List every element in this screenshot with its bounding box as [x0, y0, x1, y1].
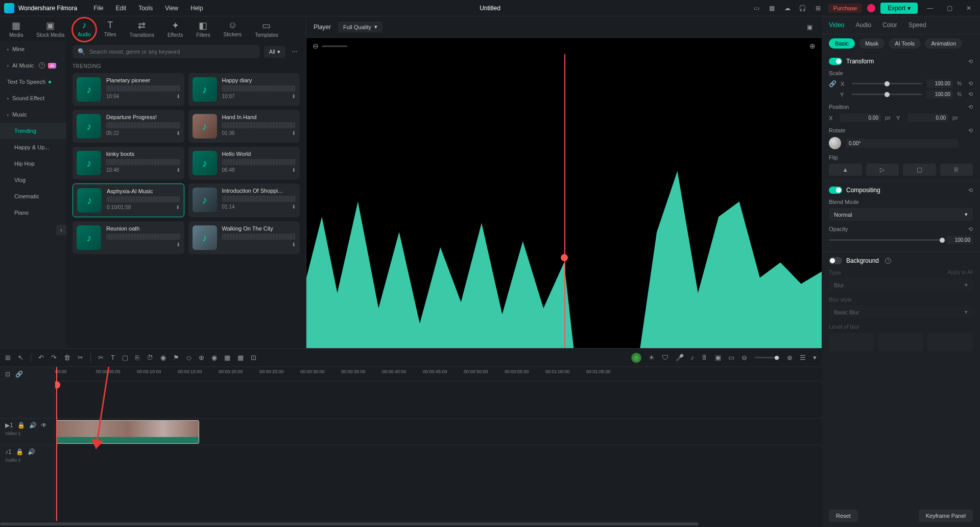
audio-track-header[interactable]: ♪1🔒🔊 Audio 1	[0, 445, 55, 471]
tl-redo-icon[interactable]: ↷	[51, 354, 57, 361]
search-box[interactable]: 🔍	[73, 45, 260, 58]
flip-v-button[interactable]: ▷	[866, 164, 899, 176]
tl-zoom-out-icon[interactable]: ⊖	[742, 354, 747, 361]
tl-music-icon[interactable]: ♪	[691, 354, 695, 361]
tool-tab-effects[interactable]: ✦Effects	[165, 20, 185, 38]
reset-icon[interactable]: ⟲	[968, 104, 973, 110]
tl-crop-icon[interactable]: ✂	[98, 354, 104, 361]
transform-toggle[interactable]	[829, 58, 842, 65]
sidebar-sub-trending[interactable]: Trending	[0, 123, 66, 139]
headphones-icon[interactable]: 🎧	[798, 3, 808, 13]
opacity-input[interactable]	[946, 236, 973, 244]
sidebar-sub-piano[interactable]: Piano	[0, 204, 66, 221]
lock-icon[interactable]: 🔗	[829, 80, 836, 87]
maximize-button[interactable]: ▢	[942, 1, 957, 15]
zoom-out-icon[interactable]: ⊖	[313, 42, 319, 50]
tl-copy-icon[interactable]: ▢	[122, 354, 128, 361]
zoom-in-icon[interactable]: ⊕	[809, 42, 816, 50]
search-input[interactable]	[89, 49, 255, 55]
profile-avatar[interactable]	[867, 4, 875, 12]
tl-mic-icon[interactable]: 🎤	[676, 354, 684, 361]
reset-icon[interactable]: ⟲	[968, 226, 973, 233]
tl-keyframe-icon[interactable]: ◇	[186, 354, 192, 361]
tl-more2-icon[interactable]: ▦	[224, 354, 230, 361]
sidebar-sub-hip-hop[interactable]: Hip Hop	[0, 155, 66, 172]
rp-subtab-animation[interactable]: Animation	[925, 38, 962, 49]
track-card[interactable]: ♪Hello World06:48⬇	[188, 147, 300, 179]
menu-tools[interactable]: Tools	[132, 5, 159, 12]
tl-dropdown-icon[interactable]: ▾	[813, 354, 817, 361]
sidebar-sub-happy---up---[interactable]: Happy & Up...	[0, 139, 66, 155]
close-button[interactable]: ✕	[962, 1, 976, 15]
rp-tab-video[interactable]: Video	[829, 21, 844, 29]
tl-zoom-in-icon[interactable]: ⊕	[787, 354, 793, 361]
track-card[interactable]: ♪Departure Progress!05:22⬇	[73, 110, 184, 143]
tl-more3-icon[interactable]: ▦	[237, 354, 244, 361]
track-card[interactable]: ♪Hand In Hand01:36⬇	[188, 110, 300, 143]
tl-cursor-icon[interactable]: ↖	[18, 354, 23, 361]
menu-view[interactable]: View	[159, 5, 184, 12]
timeline-scrollbar[interactable]	[0, 521, 822, 527]
tool-tab-transitions[interactable]: ⇄Transitions	[127, 20, 156, 38]
sidebar-sub-cinematic[interactable]: Cinematic	[0, 188, 66, 204]
timeline-canvas[interactable]: 00:0000:00:05:0000:00:10:0000:00:15:0000…	[55, 367, 822, 521]
sidebar-back-button[interactable]: ‹	[56, 225, 66, 235]
tl-screen-icon[interactable]: ▭	[728, 354, 734, 361]
reset-icon[interactable]: ⟲	[968, 127, 973, 134]
tl-more4-icon[interactable]: ⊡	[251, 354, 256, 361]
rp-subtab-basic[interactable]: Basic	[829, 38, 855, 49]
track-card[interactable]: ♪Reunion oath⬇	[73, 221, 184, 254]
video-track-header[interactable]: ▶1🔒🔊👁 Video 1	[0, 418, 55, 445]
compositing-toggle[interactable]	[829, 187, 842, 194]
scale-y-input[interactable]	[926, 90, 953, 99]
tool-tab-audio[interactable]: ♪Audio	[76, 20, 93, 37]
flip-3-button[interactable]: ▢	[903, 164, 936, 176]
more-button[interactable]: ⋯	[290, 46, 300, 57]
video-clip[interactable]	[56, 420, 199, 444]
rp-tab-speed[interactable]: Speed	[909, 21, 926, 29]
preview-zoom-slider[interactable]	[322, 45, 347, 47]
screen-icon[interactable]: ▭	[752, 3, 762, 13]
scale-x-input[interactable]	[926, 79, 953, 88]
pos-x-input[interactable]	[840, 113, 881, 122]
tl-mark-icon[interactable]: ⚑	[173, 354, 179, 361]
reset-icon[interactable]: ⟲	[968, 80, 973, 87]
timeline-playhead[interactable]	[56, 367, 57, 521]
track-card[interactable]: ♪Happy diary10:07⬇	[188, 73, 300, 106]
blend-mode-select[interactable]: Normal▾	[829, 208, 973, 221]
tl-layout-icon[interactable]: ⊞	[5, 354, 11, 361]
sidebar-item-mine[interactable]: ▸Mine	[0, 41, 66, 57]
tl-zoom-slider[interactable]	[754, 357, 780, 358]
filter-dropdown[interactable]: All▾	[264, 46, 285, 58]
scale-y-slider[interactable]	[851, 94, 922, 95]
sidebar-sub-vlog[interactable]: Vlog	[0, 172, 66, 188]
reset-button[interactable]: Reset	[829, 510, 858, 522]
tl-rec-icon[interactable]: ▣	[715, 354, 721, 361]
playhead-knob[interactable]	[561, 254, 568, 261]
apply-all-button[interactable]: Apply to All	[948, 269, 973, 276]
transform-reset-icon[interactable]: ⟲	[968, 58, 973, 65]
snapshot-icon[interactable]: ▣	[804, 22, 815, 32]
export-button[interactable]: Export▾	[880, 3, 918, 14]
tl-delete-icon[interactable]: 🗑	[64, 354, 70, 361]
tl-cut-icon[interactable]: ✂	[78, 354, 83, 361]
menu-edit[interactable]: Edit	[110, 5, 133, 12]
tl-mixer-icon[interactable]: 🎚	[701, 354, 708, 361]
track-card[interactable]: ♪kinky boots10:48⬇	[73, 147, 184, 179]
flip-4-button[interactable]: ⎘	[940, 164, 973, 176]
quality-select[interactable]: Full Quality▾	[338, 21, 383, 32]
tl-shield-icon[interactable]: 🛡	[662, 354, 668, 361]
tool-tab-titles[interactable]: TTitles	[102, 20, 118, 37]
rp-subtab-ai-tools[interactable]: AI Tools	[889, 38, 921, 49]
tl-sun-icon[interactable]: ☀	[649, 354, 655, 361]
tl-undo-icon[interactable]: ↶	[38, 354, 44, 361]
tool-tab-stickers[interactable]: ☺Stickers	[222, 20, 244, 37]
menu-file[interactable]: File	[87, 5, 109, 12]
cloud-icon[interactable]: ☁	[782, 3, 793, 13]
scale-x-slider[interactable]	[852, 83, 922, 84]
menu-help[interactable]: Help	[184, 5, 209, 12]
tool-tab-filters[interactable]: ◧Filters	[194, 20, 212, 38]
reset-icon[interactable]: ⟲	[968, 187, 973, 194]
minimize-button[interactable]: —	[923, 1, 937, 15]
track-card[interactable]: ♪Planetary pioneer10:04⬇	[73, 73, 184, 106]
